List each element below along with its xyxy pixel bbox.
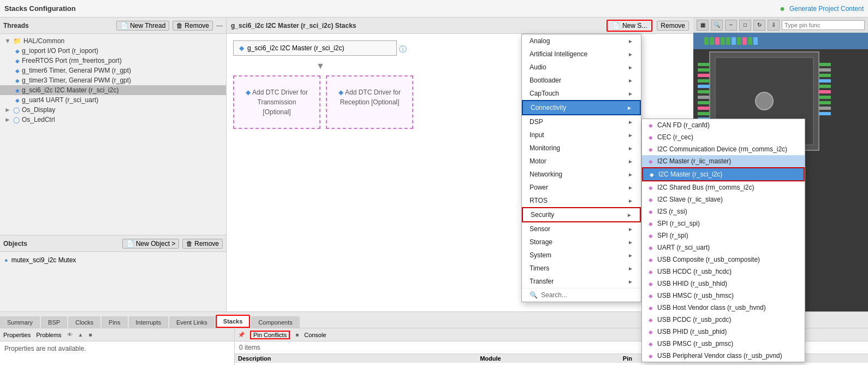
menu-system[interactable]: System ► <box>522 249 641 262</box>
pin-search-input[interactable] <box>782 20 865 30</box>
submenu-usb-hcdc[interactable]: ◆ USB HCDC (r_usb_hcdc) <box>642 266 805 278</box>
menu-rtos-label: RTOS <box>530 197 548 204</box>
tree-item-timer3[interactable]: ◆ g_timer3 Timer, General PWM (r_gpt) <box>0 75 226 85</box>
tab-clocks[interactable]: Clocks <box>68 316 100 328</box>
menu-security[interactable]: Security ► <box>522 207 641 222</box>
menu-sensor[interactable]: Sensor ► <box>522 222 641 236</box>
dtc-transmission-block[interactable]: ◆ Add DTC Driver forTransmission[Optiona… <box>233 75 320 129</box>
minimize-icon[interactable]: — <box>216 22 223 30</box>
submenu-usb-pcdc[interactable]: ◆ USB PCDC (r_usb_pcdc) <box>642 314 805 326</box>
diamond-icon: ◆ <box>649 134 653 140</box>
tree-item-ioport[interactable]: ◆ g_ioport I/O Port (r_ioport) <box>0 46 226 56</box>
tree-item-os-ledctrl[interactable]: ► ◯ Os_LedCtrl <box>0 115 226 125</box>
threads-tree: ▼ 📁 HAL/Common ◆ g_ioport I/O Port (r_io… <box>0 34 226 235</box>
tree-item-timer6[interactable]: ◆ g_timer6 Timer, General PWM (r_gpt) <box>0 66 226 75</box>
menu-power[interactable]: Power ► <box>522 181 641 194</box>
submenu-usb-pvnd[interactable]: ◆ USB Peripheral Vendor class (r_usb_pvn… <box>642 350 805 362</box>
submenu-usb-hvnd[interactable]: ◆ USB Host Vendor class (r_usb_hvnd) <box>642 302 805 314</box>
stacks-header: g_sci6_i2c I2C Master (r_sci_i2c) Stacks… <box>227 17 693 34</box>
tree-item-uart4[interactable]: ◆ g_uart4 UART (r_sci_uart) <box>0 95 226 105</box>
submenu-usb-phid-label: USB PHID (r_usb_phid) <box>657 328 727 335</box>
submenu-spi[interactable]: ◆ SPI (r_spi) <box>642 229 805 242</box>
dtc-reception-block[interactable]: ◆ Add DTC Driver forReception [Optional] <box>326 75 413 129</box>
submenu-usb-composite[interactable]: ◆ USB Composite (r_usb_composite) <box>642 254 805 266</box>
submenu-usb-phid[interactable]: ◆ USB PHID (r_usb_phid) <box>642 326 805 338</box>
menu-connectivity[interactable]: Connectivity ► <box>522 100 641 115</box>
menu-security-label: Security <box>531 211 554 219</box>
remove-stack-button[interactable]: Remove <box>657 21 689 31</box>
diamond-icon: ◆ <box>650 172 654 178</box>
svg-rect-26 <box>819 68 831 72</box>
console-label[interactable]: Console <box>304 332 326 338</box>
menu-motor[interactable]: Motor ► <box>522 155 641 168</box>
pin-tool-fit[interactable]: □ <box>739 20 751 31</box>
menu-bootloader-label: Bootloader <box>530 76 561 84</box>
menu-rtos[interactable]: RTOS ► <box>522 194 641 207</box>
submenu-i2c-comms[interactable]: ◆ I2C Communication Device (rm_comms_i2c… <box>642 143 805 155</box>
submenu-usb-hhid[interactable]: ◆ USB HHID (r_usb_hhid) <box>642 278 805 290</box>
menu-networking[interactable]: Networking ► <box>522 168 641 181</box>
tree-item-hal-common[interactable]: ▼ 📁 HAL/Common <box>0 36 226 46</box>
menu-input[interactable]: Input ► <box>522 128 641 142</box>
tree-item-freertos[interactable]: ◆ FreeRTOS Port (rm_freertos_port) <box>0 56 226 66</box>
menu-analog[interactable]: Analog ► <box>522 34 641 48</box>
pin-conflicts-label[interactable]: Pin Conflicts <box>250 331 290 339</box>
menu-timers[interactable]: Timers ► <box>522 262 641 275</box>
menu-arrow-sensor: ► <box>628 226 633 232</box>
menu-transfer[interactable]: Transfer ► <box>522 275 641 288</box>
new-thread-button[interactable]: 📄 New Thread <box>116 21 169 31</box>
submenu-uart[interactable]: ◆ UART (r_sci_uart) <box>642 242 805 254</box>
remove-thread-button[interactable]: 🗑 Remove <box>173 21 213 31</box>
tab-stacks[interactable]: Stacks <box>216 315 250 328</box>
problems-label[interactable]: Problems <box>36 332 61 338</box>
menu-arrow-storage: ► <box>628 239 633 245</box>
mutex-item[interactable]: ● mutex_sci9_i2c Mutex <box>4 255 222 265</box>
leaf-icon: ◆ <box>15 97 20 103</box>
main-stack-block[interactable]: ◆ g_sci6_i2c I2C Master (r_sci_i2c) <box>233 40 397 56</box>
tab-event-links[interactable]: Event Links <box>169 316 215 328</box>
menu-arrow-audio: ► <box>628 64 633 70</box>
submenu-usb-hmsc[interactable]: ◆ USB HMSC (r_usb_hmsc) <box>642 290 805 302</box>
minimize-btn[interactable]: 👁 <box>67 332 73 338</box>
tab-bsp[interactable]: BSP <box>41 316 67 328</box>
tab-interrupts[interactable]: Interrupts <box>129 316 168 328</box>
tab-components[interactable]: Components <box>251 316 299 328</box>
menu-audio[interactable]: Audio ► <box>522 61 641 74</box>
expand-btn[interactable]: ▲ <box>78 332 84 338</box>
menu-monitoring[interactable]: Monitoring ► <box>522 142 641 155</box>
tree-item-sci6-i2c[interactable]: ◆ g_sci6_i2c I2C Master (r_sci_i2c) <box>0 85 226 95</box>
tree-item-os-display[interactable]: ► ◯ Os_Display <box>0 105 226 115</box>
pin-tool-grid[interactable]: ▦ <box>697 20 709 31</box>
menu-storage[interactable]: Storage ► <box>522 236 641 249</box>
menu-bootloader[interactable]: Bootloader ► <box>522 74 641 87</box>
menu-dsp[interactable]: DSP ► <box>522 115 641 128</box>
submenu-i2c-master-sci[interactable]: ◆ I2C Master (r_sci_i2c) <box>642 167 805 181</box>
generate-project-btn[interactable]: Generate Project Content <box>789 5 864 13</box>
pin-tool-zoomout[interactable]: − <box>725 20 737 31</box>
pin-tool-download[interactable]: ⇩ <box>768 20 780 31</box>
tab-pins[interactable]: Pins <box>102 316 127 328</box>
submenu-spi-sci[interactable]: ◆ SPI (r_sci_spi) <box>642 217 805 229</box>
menu-search[interactable]: 🔍 Search... <box>522 288 641 302</box>
remove-object-button[interactable]: 🗑 Remove <box>182 239 223 249</box>
submenu-i2c-shared[interactable]: ◆ I2C Shared Bus (rm_comms_i2c) <box>642 181 805 193</box>
tab-summary[interactable]: Summary <box>0 316 40 328</box>
expand-icon: ▼ <box>4 37 11 45</box>
menu-ai[interactable]: Artificial Intelligence ► <box>522 48 641 61</box>
pin-tool-zoomin[interactable]: 🔍 <box>711 20 723 31</box>
top-bar-right: ● Generate Project Content <box>780 4 864 14</box>
menu-storage-label: Storage <box>530 238 552 246</box>
submenu-i2c-master-iic[interactable]: ◆ I2C Master (r_iic_master) <box>642 155 805 167</box>
maximize-btn[interactable]: ■ <box>89 332 92 338</box>
submenu-usb-pmsc[interactable]: ◆ USB PMSC (r_usb_pmsc) <box>642 338 805 350</box>
new-object-button[interactable]: 📄 New Object > <box>122 239 179 249</box>
submenu-usb-composite-label: USB Composite (r_usb_composite) <box>657 256 760 263</box>
menu-captouch[interactable]: CapTouch ► <box>522 87 641 100</box>
submenu-i2c-slave[interactable]: ◆ I2C Slave (r_iic_slave) <box>642 193 805 205</box>
submenu-canfd[interactable]: ◆ CAN FD (r_canfd) <box>642 119 805 131</box>
submenu-cec[interactable]: ◆ CEC (r_cec) <box>642 131 805 143</box>
submenu-usb-hmsc-label: USB HMSC (r_usb_hmsc) <box>657 292 734 299</box>
submenu-i2s[interactable]: ◆ I2S (r_ssi) <box>642 205 805 217</box>
pin-tool-rotate[interactable]: ↻ <box>753 20 765 31</box>
new-stack-button[interactable]: 📄 New S... <box>607 20 652 32</box>
